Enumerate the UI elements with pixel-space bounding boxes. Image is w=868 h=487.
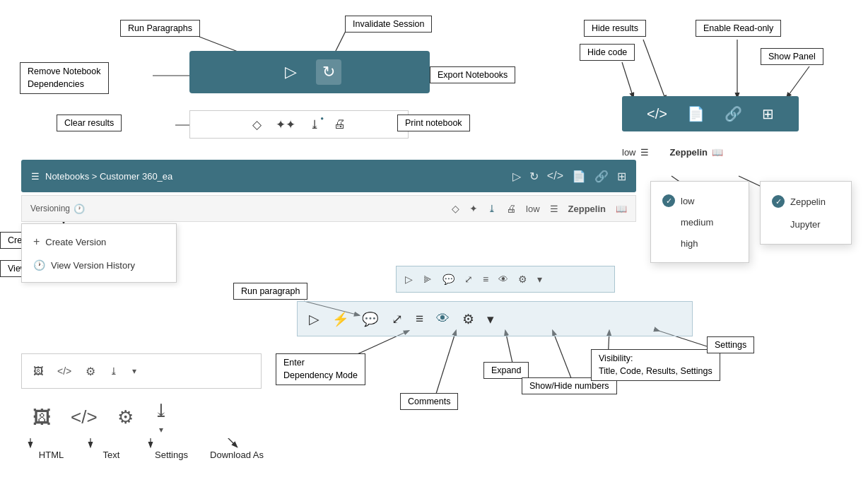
high-empty [662,237,675,250]
image-file-icon[interactable]: 🖼 [33,365,43,377]
zeppelin-item[interactable]: ✓ Zeppelin [772,190,840,213]
lmh-dropdown: ✓ low medium high [650,181,749,263]
para-hierarchy-icon[interactable]: ⚡ [332,311,349,327]
plus-icon: + [33,235,40,248]
interpreter-dropdown: ✓ Zeppelin Jupyter [760,181,852,245]
para-chevron-icon[interactable]: ▾ [487,311,494,327]
inner-eye-icon[interactable]: 👁 [498,274,508,285]
lmh-high-item[interactable]: high [662,233,737,254]
create-version-item[interactable]: + Create Version [22,230,176,254]
html-icon: 🖼 [33,406,51,428]
nb-panel-icon[interactable]: ⊞ [617,170,626,183]
v-print-icon[interactable]: 🖨 [506,203,516,214]
code-icon[interactable]: </> [647,106,667,122]
settings-icon: ⚙ [117,406,134,428]
interpreter-row: low ☰ Zeppelin 📖 [622,147,723,158]
para-toolbar: ▷ ⚡ 💬 ⤢ ≡ 👁 ⚙ ▾ [297,301,693,336]
clear-results-icon[interactable]: ◇ [252,117,262,132]
para-numbers-icon[interactable]: ≡ [416,311,423,327]
text-icon: </> [71,406,98,428]
download-chevron: ▾ [159,425,163,435]
jupyter-empty [772,218,785,230]
versioning-dropdown: + Create Version 🕐 View Version History [21,223,177,283]
callout-export-notebooks: Export Notebooks [430,66,515,83]
inner-play-icon[interactable]: ▷ [405,274,413,285]
text-export[interactable]: </> [71,406,98,428]
nb-code-icon[interactable]: </> [547,170,563,182]
inner-gear-icon[interactable]: ⚙ [518,274,527,285]
inner-hier-icon[interactable]: ⫸ [423,274,433,285]
panel-icon[interactable]: ⊞ [762,105,774,122]
para-play-icon[interactable]: ▷ [309,311,319,327]
nb-doc-icon[interactable]: 📄 [572,170,586,183]
svg-line-14 [553,331,573,382]
callout-clear-results: Clear results [57,115,122,131]
inner-comment-icon[interactable]: 💬 [442,274,454,285]
low-check: ✓ [662,194,675,207]
v-clear-icon[interactable]: ◇ [452,203,459,214]
low-label[interactable]: low [622,147,636,158]
callout-run-paragraph: Run paragraph [233,283,307,300]
bottom-chevron-icon[interactable]: ▾ [132,366,136,376]
inner-expand-icon[interactable]: ⤢ [464,274,473,285]
svg-line-12 [435,331,456,396]
callout-run-paragraphs: Run Paragraphs [120,20,200,37]
svg-line-6 [643,40,666,100]
lmh-low-item[interactable]: ✓ low [662,190,737,211]
toolbar-row2: ◇ ✦✦ ⤓● 🖨 [189,110,409,139]
download-as-label: Download As [201,450,272,460]
versioning-button[interactable]: Versioning 🕐 [30,204,85,214]
zeppelin-check: ✓ [772,195,785,208]
notebook-icon-bar: ☰ [31,171,40,182]
html-export[interactable]: 🖼 [33,406,51,428]
download-as-export[interactable]: ⤓ ▾ [153,400,169,435]
medium-empty [662,216,675,228]
filter-icon[interactable]: ⚙ [86,365,95,378]
export-with-badge-icon[interactable]: ⤓● [310,117,319,132]
callout-enable-readonly: Enable Read-only [696,20,781,37]
para-eye-icon[interactable]: 👁 [436,311,450,327]
download-dropdown-icon[interactable]: ⤓ [110,365,118,377]
sparkle-icon[interactable]: ✦✦ [276,117,295,132]
zeppelin-label[interactable]: Zeppelin [670,147,708,158]
para-settings-icon[interactable]: ⚙ [462,311,474,327]
v-sparkle-icon[interactable]: ✦ [469,203,478,214]
versioning-bar: Versioning 🕐 ◇ ✦ ⤓ 🖨 low ☰ Zeppelin 📖 [21,195,636,222]
export-labels-row: HTML Text Settings Download As [21,450,272,460]
versioning-mini-icons: ◇ ✦ ⤓ 🖨 low ☰ Zeppelin 📖 [452,203,627,214]
v-zeppelin-label[interactable]: Zeppelin [568,204,606,214]
inner-chevron-icon[interactable]: ▾ [537,274,542,285]
inner-list-icon[interactable]: ≡ [483,274,488,285]
versioning-label: Versioning [30,204,70,213]
para-expand-icon[interactable]: ⤢ [392,311,403,327]
v-download-icon[interactable]: ⤓ [488,203,496,214]
notebook-bar: ☰ Notebooks > Customer 360_ea ▷ ↻ </> 📄 … [21,160,636,192]
view-version-history-item[interactable]: 🕐 View Version History [22,254,176,276]
jupyter-item[interactable]: Jupyter [772,213,840,235]
nb-refresh-icon[interactable]: ↻ [529,170,539,183]
nb-share-icon[interactable]: 🔗 [594,170,609,183]
share-icon[interactable]: 🔗 [725,105,742,122]
callout-visibility: Visibility:Title, Code, Results, Setting… [591,349,720,381]
code-file-icon[interactable]: </> [57,365,71,377]
v-low-label[interactable]: low [526,204,540,214]
callout-print-notebook: Print notebook [397,115,470,131]
right-toolbar: </> 📄 🔗 ⊞ [622,96,799,131]
para-comment-icon[interactable]: 💬 [362,311,379,327]
book-icon: 📖 [712,147,723,158]
callout-settings: Settings [707,336,754,353]
callout-enter-dependency: EnterDependency Mode [276,353,365,385]
nb-play-icon[interactable]: ▷ [512,170,521,183]
html-label: HTML [21,450,81,460]
doc-icon[interactable]: 📄 [687,105,705,122]
lmh-medium-item[interactable]: medium [662,211,737,233]
svg-line-9 [787,66,809,98]
refresh-button[interactable]: ↻ [316,59,341,85]
callout-show-panel: Show Panel [761,48,823,65]
print-icon[interactable]: 🖨 [334,117,346,131]
main-toolbar: ▷ ↻ [189,51,430,93]
settings-export[interactable]: ⚙ [117,406,134,428]
callout-invalidate-session: Invalidate Session [345,16,432,33]
run-all-button[interactable]: ▷ [278,59,303,85]
callout-hide-results: Hide results [584,20,646,37]
